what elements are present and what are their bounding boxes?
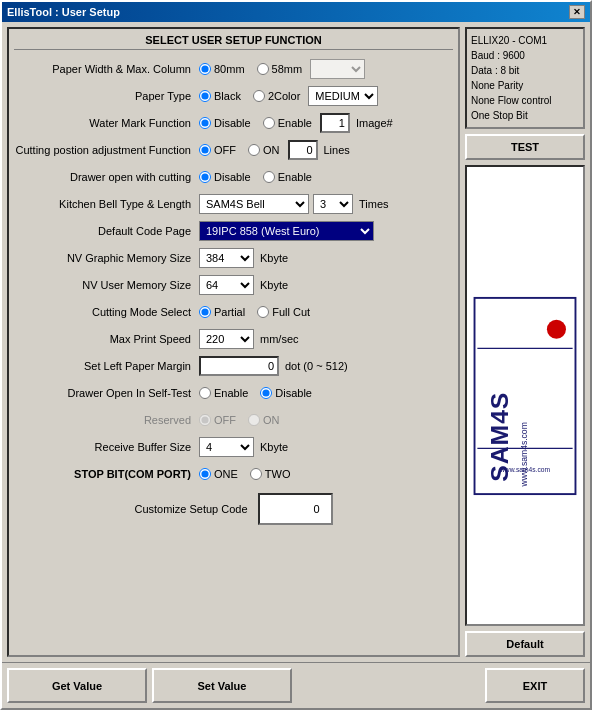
watermark-label: Water Mark Function xyxy=(14,117,199,129)
main-window: EllisTool : User Setup ✕ SELECT USER SET… xyxy=(0,0,592,710)
drawer-selftest-row: Drawer Open In Self-Test Enable Disable xyxy=(14,382,453,404)
paper-type-2color-label: 2Color xyxy=(268,90,300,102)
reserved-off-radio xyxy=(199,414,211,426)
drawer-enable-radio[interactable] xyxy=(263,171,275,183)
watermark-disable-label: Disable xyxy=(214,117,251,129)
max-speed-row: Max Print Speed 220100150200 mm/sec xyxy=(14,328,453,350)
paper-width-80mm-label: 80mm xyxy=(214,63,245,75)
close-button[interactable]: ✕ xyxy=(569,5,585,19)
get-value-button[interactable]: Get Value xyxy=(7,668,147,703)
logo-box: SAM4S www.sam4s.com www.sam4s.com xyxy=(465,165,585,626)
cutting-mode-partial-label: Partial xyxy=(214,306,245,318)
paper-width-80mm-radio[interactable] xyxy=(199,63,211,75)
watermark-enable-radio[interactable] xyxy=(263,117,275,129)
cutting-mode-fullcut-radio[interactable] xyxy=(257,306,269,318)
kitchen-label: Kitchen Bell Type & Length xyxy=(14,198,199,210)
max-speed-label: Max Print Speed xyxy=(14,333,199,345)
buffer-row: Receive Buffer Size 481632 Kbyte xyxy=(14,436,453,458)
drawer-selftest-enable-radio[interactable] xyxy=(199,387,211,399)
info-line5: None Flow control xyxy=(471,93,579,108)
reserved-on-label: ON xyxy=(263,414,280,426)
drawer-label: Drawer open with cutting xyxy=(14,171,199,183)
kitchen-row: Kitchen Bell Type & Length SAM4S Bell St… xyxy=(14,193,453,215)
title-bar: EllisTool : User Setup ✕ xyxy=(2,2,590,22)
left-margin-row: Set Left Paper Margin dot (0 ~ 512) xyxy=(14,355,453,377)
drawer-selftest-disable-radio[interactable] xyxy=(260,387,272,399)
cutting-mode-label: Cutting Mode Select xyxy=(14,306,199,318)
paper-type-black-radio[interactable] xyxy=(199,90,211,102)
stopbit-one-radio[interactable] xyxy=(199,468,211,480)
paper-type-select[interactable]: MEDIUM xyxy=(308,86,378,106)
stopbit-two-radio[interactable] xyxy=(250,468,262,480)
drawer-selftest-enable-label: Enable xyxy=(214,387,248,399)
right-panel: ELLIX20 - COM1 Baud : 9600 Data : 8 bit … xyxy=(465,27,585,657)
drawer-selftest-disable-label: Disable xyxy=(275,387,312,399)
drawer-disable-label: Disable xyxy=(214,171,251,183)
stopbit-row: STOP BIT(COM PORT) ONE TWO xyxy=(14,463,453,485)
buffer-select[interactable]: 481632 xyxy=(199,437,254,457)
svg-rect-4 xyxy=(552,324,562,334)
cutting-value-input[interactable] xyxy=(288,140,318,160)
nvgraphic-label: NV Graphic Memory Size xyxy=(14,252,199,264)
nvuser-row: NV User Memory Size 6432128 Kbyte xyxy=(14,274,453,296)
max-speed-select[interactable]: 220100150200 xyxy=(199,329,254,349)
reserved-off-label: OFF xyxy=(214,414,236,426)
paper-type-black-label: Black xyxy=(214,90,241,102)
section-title: SELECT USER SETUP FUNCTION xyxy=(14,34,453,50)
set-value-button[interactable]: Set Value xyxy=(152,668,292,703)
paper-width-row: Paper Width & Max. Column 80mm 58mm xyxy=(14,58,453,80)
reserved-label: Reserved xyxy=(14,414,199,426)
test-button[interactable]: TEST xyxy=(465,134,585,160)
svg-text:www.sam4s.com: www.sam4s.com xyxy=(499,466,550,473)
info-line1: ELLIX20 - COM1 xyxy=(471,33,579,48)
customize-input[interactable] xyxy=(268,499,323,519)
bottom-bar: Get Value Set Value EXIT xyxy=(2,662,590,708)
cutting-on-label: ON xyxy=(263,144,280,156)
cutting-on-radio[interactable] xyxy=(248,144,260,156)
paper-width-58mm-label: 58mm xyxy=(272,63,303,75)
reserved-row: Reserved OFF ON xyxy=(14,409,453,431)
nvgraphic-unit: Kbyte xyxy=(260,252,288,264)
paper-type-label: Paper Type xyxy=(14,90,199,102)
cutting-mode-fullcut-label: Full Cut xyxy=(272,306,310,318)
customize-row: Customize Setup Code xyxy=(14,493,453,525)
paper-width-58mm-radio[interactable] xyxy=(257,63,269,75)
buffer-label: Receive Buffer Size xyxy=(14,441,199,453)
left-panel: SELECT USER SETUP FUNCTION Paper Width &… xyxy=(7,27,460,657)
watermark-enable-label: Enable xyxy=(278,117,312,129)
drawer-selftest-label: Drawer Open In Self-Test xyxy=(14,387,199,399)
info-line4: None Parity xyxy=(471,78,579,93)
info-line3: Data : 8 bit xyxy=(471,63,579,78)
cutting-mode-partial-radio[interactable] xyxy=(199,306,211,318)
reserved-on-radio xyxy=(248,414,260,426)
drawer-row: Drawer open with cutting Disable Enable xyxy=(14,166,453,188)
kitchen-num-select[interactable]: 12345 xyxy=(313,194,353,214)
info-line6: One Stop Bit xyxy=(471,108,579,123)
cutting-row: Cutting postion adjustment Function OFF … xyxy=(14,139,453,161)
default-button[interactable]: Default xyxy=(465,631,585,657)
nvgraphic-select[interactable]: 384256512 xyxy=(199,248,254,268)
nvuser-select[interactable]: 6432128 xyxy=(199,275,254,295)
codepage-row: Default Code Page 19IPC 858 (West Euro) … xyxy=(14,220,453,242)
drawer-disable-radio[interactable] xyxy=(199,171,211,183)
left-margin-input[interactable] xyxy=(199,356,279,376)
codepage-select[interactable]: 19IPC 858 (West Euro) PC437 (USA) PC850 … xyxy=(199,221,374,241)
codepage-label: Default Code Page xyxy=(14,225,199,237)
paper-width-select[interactable] xyxy=(310,59,365,79)
nvuser-label: NV User Memory Size xyxy=(14,279,199,291)
window-title: EllisTool : User Setup xyxy=(7,6,120,18)
left-margin-label: Set Left Paper Margin xyxy=(14,360,199,372)
buffer-unit: Kbyte xyxy=(260,441,288,453)
paper-type-row: Paper Type Black 2Color MEDIUM xyxy=(14,85,453,107)
exit-button[interactable]: EXIT xyxy=(485,668,585,703)
stopbit-two-label: TWO xyxy=(265,468,291,480)
nvuser-unit: Kbyte xyxy=(260,279,288,291)
kitchen-bell-select[interactable]: SAM4S Bell Standard Bell Long Bell xyxy=(199,194,309,214)
paper-type-2color-radio[interactable] xyxy=(253,90,265,102)
cutting-off-radio[interactable] xyxy=(199,144,211,156)
svg-text:www.sam4s.com: www.sam4s.com xyxy=(519,422,529,487)
watermark-value-input[interactable] xyxy=(320,113,350,133)
stopbit-one-label: ONE xyxy=(214,468,238,480)
cutting-off-label: OFF xyxy=(214,144,236,156)
watermark-disable-radio[interactable] xyxy=(199,117,211,129)
